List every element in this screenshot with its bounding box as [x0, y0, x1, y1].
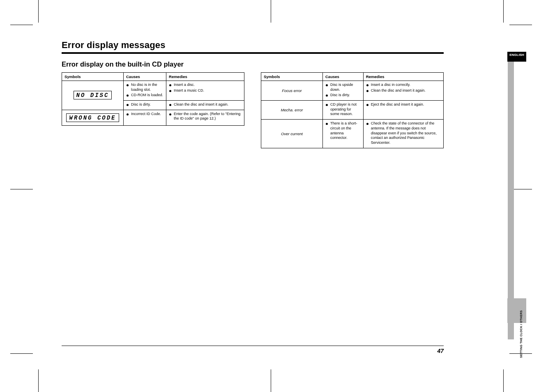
error-table-right: Symbols Causes Remedies Focus error Disc… — [261, 72, 444, 148]
remedy-text: Check the state of the connector of the … — [366, 121, 441, 145]
right-column: Symbols Causes Remedies Focus error Disc… — [261, 72, 444, 148]
lcd-display-icon: WRONG CODE — [66, 113, 119, 122]
col-header-remedies: Remedies — [166, 73, 244, 81]
page-subtitle: Error display on the built-in CD player — [62, 60, 444, 68]
lcd-display-icon: NO DISC — [74, 91, 112, 99]
language-tab: ENGLISH — [507, 52, 526, 62]
page-title: Error display messages — [62, 40, 444, 52]
table-row: Focus error Disc is upside down. Disc is… — [261, 81, 444, 101]
cause-text: There is a short-circuit on the antenna … — [325, 121, 361, 141]
col-header-symbols: Symbols — [261, 73, 323, 81]
col-header-remedies: Remedies — [363, 73, 443, 81]
col-header-causes: Causes — [124, 73, 166, 81]
cause-text: No disc is in the loading slot. — [126, 83, 164, 92]
remedy-text: Clean the disc and insert it again. — [366, 88, 441, 93]
footer-rule — [62, 346, 444, 346]
remedy-text: Enter the code again. (Refer to "Enterin… — [169, 112, 242, 121]
sidebar-tab — [507, 298, 526, 323]
symbol-text: Over current — [261, 120, 323, 148]
symbol-text: Mecha. error — [261, 101, 323, 120]
symbol-text: Focus error — [261, 81, 323, 101]
table-row: NO DISC No disc is in the loading slot. … — [62, 81, 244, 101]
table-row: WRONG CODE Incorrect ID Code. Enter the … — [62, 110, 244, 125]
remedy-text: Insert a music CD. — [169, 88, 242, 93]
title-rule — [62, 52, 444, 54]
table-row: Mecha. error CD player is not operating … — [261, 101, 444, 120]
cause-text: Disc is dirty. — [126, 102, 164, 107]
left-column: Symbols Causes Remedies NO DISC No disc … — [62, 72, 244, 148]
col-header-causes: Causes — [323, 73, 364, 81]
remedy-text: Eject the disc and insert it again. — [366, 102, 441, 107]
cause-text: CD player is not operating for some reas… — [325, 102, 361, 117]
remedy-text: Clean the disc and insert it again. — [169, 102, 242, 107]
table-row: Over current There is a short-circuit on… — [261, 120, 444, 148]
error-table-left: Symbols Causes Remedies NO DISC No disc … — [62, 72, 244, 126]
col-header-symbols: Symbols — [62, 73, 124, 81]
remedy-text: Insert a disc in correctly. — [366, 83, 441, 88]
cause-text: Disc is upside down. — [325, 83, 361, 92]
page-number: 47 — [62, 348, 444, 354]
cause-text: CD-ROM is loaded. — [126, 93, 164, 98]
remedy-text: Insert a disc. — [169, 83, 242, 88]
section-vertical-label: SETTING THE CLOCK / OTHERS — [520, 310, 523, 358]
cause-text: Incorrect ID Code. — [126, 112, 164, 117]
sidebar-stripe — [508, 52, 514, 339]
cause-text: Disc is dirty. — [325, 93, 361, 98]
